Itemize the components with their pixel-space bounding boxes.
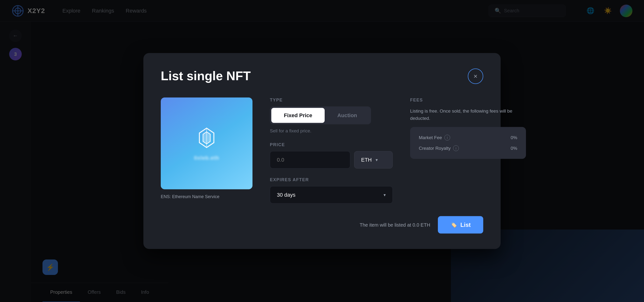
type-hint: Sell for a fixed price.: [270, 128, 393, 134]
expires-dropdown[interactable]: 30 days ▾: [270, 186, 393, 204]
ens-logo: [194, 126, 219, 150]
market-fee-value: 0%: [511, 135, 517, 140]
fees-section: FEES Listing is free. Once sold, the fol…: [410, 98, 526, 204]
expires-section: EXPIRES AFTER 30 days ▾: [270, 177, 393, 204]
currency-label: ETH: [361, 157, 372, 163]
price-input[interactable]: [270, 151, 350, 169]
nft-preview: 0xleb.eth ENS: Ethereum Name Service: [161, 98, 252, 204]
list-button[interactable]: 🏷️ List: [438, 216, 483, 234]
market-fee-row: Market Fee i 0%: [419, 135, 517, 140]
type-section: TYPE Fixed Price Auction: [270, 98, 393, 124]
price-row: ETH ▾: [270, 151, 393, 169]
fees-box: Market Fee i 0% Creator Royalty i 0%: [410, 127, 526, 159]
modal-title: List single NFT: [161, 69, 251, 83]
market-fee-info-icon[interactable]: i: [444, 135, 450, 140]
expires-chevron-icon: ▾: [384, 192, 386, 198]
creator-royalty-label: Creator Royalty i: [419, 145, 459, 151]
modal-header: List single NFT ×: [161, 69, 483, 84]
expires-value: 30 days: [277, 192, 296, 198]
fees-title: FEES: [410, 98, 526, 103]
auction-button[interactable]: Auction: [325, 108, 370, 123]
currency-select[interactable]: ETH ▾: [354, 151, 393, 169]
creator-royalty-row: Creator Royalty i 0%: [419, 145, 517, 151]
modal-body: 0xleb.eth ENS: Ethereum Name Service TYP…: [161, 98, 483, 204]
fees-description: Listing is free. Once sold, the followin…: [410, 108, 526, 122]
nft-collection-label: ENS: Ethereum Name Service: [161, 194, 252, 199]
listing-form: TYPE Fixed Price Auction Sell for a fixe…: [270, 98, 393, 204]
nft-image: 0xleb.eth: [161, 98, 252, 189]
list-button-icon: 🏷️: [450, 222, 457, 228]
list-button-label: List: [460, 221, 471, 228]
creator-royalty-value: 0%: [511, 145, 517, 151]
creator-royalty-info-icon[interactable]: i: [453, 145, 459, 151]
price-section: PRICE ETH ▾: [270, 142, 393, 169]
currency-chevron-icon: ▾: [376, 157, 378, 163]
market-fee-label: Market Fee i: [419, 135, 450, 140]
footer-price-text: The item will be listed at 0.0 ETH: [360, 222, 430, 228]
modal-footer: The item will be listed at 0.0 ETH 🏷️ Li…: [161, 216, 483, 234]
type-buttons: Fixed Price Auction: [270, 107, 371, 124]
price-label: PRICE: [270, 142, 393, 147]
list-nft-modal: List single NFT × 0xleb.eth ENS: Ethereu…: [144, 53, 500, 249]
close-button[interactable]: ×: [468, 69, 483, 84]
fixed-price-button[interactable]: Fixed Price: [271, 108, 325, 123]
type-label: TYPE: [270, 98, 393, 103]
nft-address-text: 0xleb.eth: [194, 155, 219, 161]
expires-label: EXPIRES AFTER: [270, 177, 393, 182]
